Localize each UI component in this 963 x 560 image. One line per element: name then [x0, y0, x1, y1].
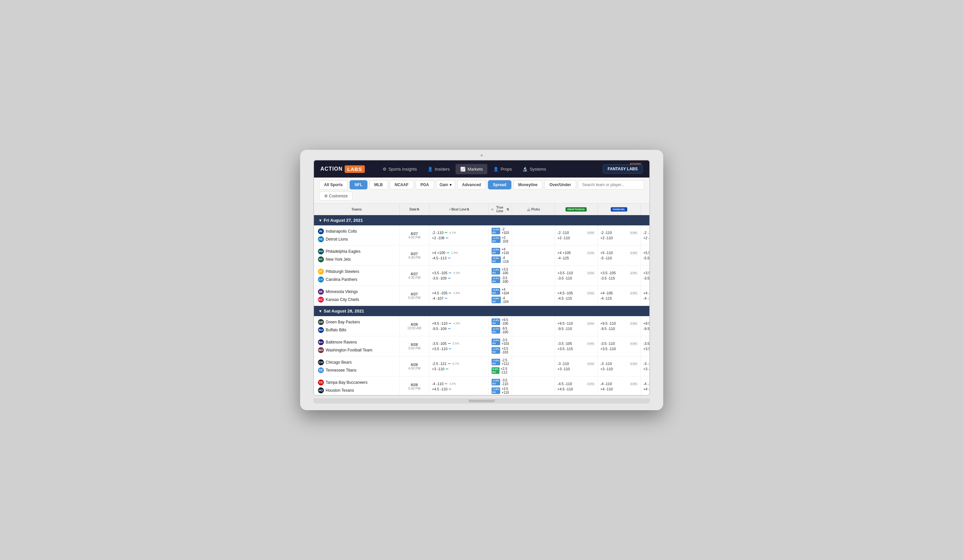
best-badge2 — [448, 329, 451, 329]
logo: ACTION LABS — [321, 165, 365, 173]
fd-t2-row: -4 -115 — [600, 296, 638, 301]
laptop-notch — [469, 400, 495, 402]
best-line-t2-row: -4 -107 — [432, 296, 486, 301]
team2-row: BU Buffalo Bills — [318, 326, 396, 334]
team2-name: Kansas City Chiefs — [326, 297, 359, 302]
team1-name: Minnesota Vikings — [326, 290, 358, 294]
nfl-filter[interactable]: NFL — [350, 180, 367, 189]
best-badge1 — [445, 384, 447, 384]
moneyline-filter[interactable]: Moneyline — [513, 180, 543, 189]
team-cell-3: TB Tampa Bay Buccaneers HO Houston Texan… — [314, 377, 400, 395]
ncaaf-filter[interactable]: NCAAF — [390, 180, 413, 189]
advanced-filter[interactable]: Advanced — [457, 180, 486, 189]
true-line-cell-0: -3.1% EV -2 +103 -1.1% EV +2 -103 — [489, 225, 512, 245]
nav-sports-insights[interactable]: ⚙ Sports Insights — [378, 164, 422, 174]
dk-t2-row: +3 -110 — [558, 366, 595, 372]
dk-cell-2: -3 -110 4.5% +3 -110 — [555, 356, 598, 376]
best-line-t2-row: +4.5 -110 — [432, 387, 486, 392]
game-date: 8/27 — [411, 272, 418, 276]
best-line-t1: +3.5 -105 — [432, 271, 447, 275]
sports-insights-icon: ⚙ — [383, 167, 387, 172]
pb-t1-row: -3.5 -110 4.5% — [644, 341, 649, 346]
table-area: Teams Date ⇅ ✓ Best Line ⇅ ≡ True Line ⇅… — [314, 204, 649, 395]
best-badge1 — [449, 293, 451, 293]
sat-date-label: Sat August 28, 2021 — [324, 309, 364, 314]
best-pct: 3.3% — [453, 271, 460, 275]
game-filter[interactable]: Gam ▾ — [436, 180, 455, 189]
best-line-t1-row: -2 -110 4.1% — [432, 230, 486, 235]
dk-t2-row: -9.5 -110 — [558, 326, 595, 331]
all-sports-filter[interactable]: All Sports — [319, 180, 348, 189]
team1-row: PH Philadelphia Eagles — [318, 248, 396, 256]
true-odds2: +2 -103 — [502, 236, 509, 243]
pb-cell-1: +5.5 -110 4.5% -5.5 -110 — [641, 246, 649, 265]
section-chevron-fri[interactable]: ▾ — [319, 218, 321, 223]
picks-header[interactable]: 🔬 Picks — [512, 204, 555, 215]
fantasy-labs-button[interactable]: preview FANTASY LABS — [603, 164, 643, 173]
nav-markets[interactable]: 📈 Markets — [456, 164, 487, 174]
nav-props[interactable]: 👤 Props — [489, 164, 516, 174]
team-cell-3: MI Minnesota Vikings KC Kansas City Chie… — [314, 286, 400, 306]
best-line-t1-row: -3.5 -105 3.5% — [432, 341, 486, 346]
props-icon: 👤 — [493, 167, 498, 172]
team1-icon: MI — [318, 289, 324, 295]
true-odds2: -3.5 -100 — [501, 276, 509, 283]
fd-cell-3: +4 -105 4.5% -4 -115 — [598, 286, 641, 306]
pb-t2-row: -5.5 -110 — [644, 256, 649, 261]
best-line-cell-0: +9.5 -110 4.3% -9.5 -109 — [430, 316, 489, 336]
dk-t1-row: +4 +105 4.2% — [558, 250, 595, 256]
pb-cell-1: -3.5 -110 4.5% +3.5 -110 — [641, 336, 649, 356]
team1-name: Chicago Bears — [326, 360, 352, 365]
true-line-header[interactable]: ≡ True Line ⇅ — [489, 204, 512, 215]
team2-name: Buffalo Bills — [326, 328, 346, 332]
game-row-0-3: MI Minnesota Vikings KC Kansas City Chie… — [314, 286, 649, 306]
pb-cell-2: +3.5 -110 4.5% -3.5 -110 — [641, 265, 649, 285]
nav-insiders[interactable]: 👤 Insiders — [423, 164, 455, 174]
fd-t2-row: -3.5 -115 — [600, 275, 638, 281]
best-pct: 1.8% — [451, 251, 458, 254]
ev-row2: -2.1% EV -3.5 -100 — [491, 275, 509, 284]
date-header[interactable]: Date ⇅ — [400, 204, 430, 215]
mlb-filter[interactable]: MLB — [370, 180, 388, 189]
best-line-t2: -3.5 -109 — [432, 276, 447, 280]
dk-t1-row: -3.5 -105 4.5% — [558, 341, 595, 346]
over-under-filter[interactable]: Over/Under — [545, 180, 576, 189]
section-chevron-sat[interactable]: ▾ — [319, 309, 321, 314]
team-cell-0: IN Indianapolis Colts DE Detroit Lions — [314, 225, 400, 245]
best-line-cell-2: -2.5 -121 6.7% +3 -110 — [430, 356, 489, 376]
best-line-header[interactable]: ✓ Best Line ⇅ — [430, 204, 489, 215]
best-line-t1: +4.5 -105 — [432, 291, 447, 295]
spread-filter[interactable]: Spread — [488, 180, 511, 189]
ev-row1: -2.5% EV +4 +116 — [491, 247, 509, 256]
nav-systems[interactable]: 🔬 Systems — [518, 164, 551, 174]
pb-cell-0: +9.5 -110 4.5% -9.5 -110 — [641, 316, 649, 336]
team1-name: Pittsburgh Steelers — [326, 269, 359, 274]
team1-icon: IN — [318, 228, 324, 234]
team2-icon: NY — [318, 256, 324, 262]
ev2-label: -0.9% EV — [491, 256, 501, 263]
date-cell-2: 8/28 4:00 PM — [400, 356, 430, 376]
team2-icon: CA — [318, 277, 324, 282]
chevron-down-icon: ▾ — [450, 183, 452, 187]
best-badge2 — [445, 298, 447, 299]
dk-cell-0: -2 -110 4.5% +2 -110 — [555, 225, 598, 245]
team2-name: Carolina Panthers — [326, 277, 358, 282]
team1-row: BA Baltimore Ravens — [318, 338, 396, 346]
dk-cell-3: +4.5 -105 4.5% -4.5 -115 — [555, 286, 598, 306]
fd-t1-row: -3.5 -110 4.5% — [600, 341, 638, 346]
true-line-cell-1: -2.5% EV +4 +116 -0.9% EV -4 -116 — [489, 246, 512, 265]
game-row-0-0: IN Indianapolis Colts DE Detroit Lions 8… — [314, 225, 649, 246]
gear-icon: ⚙ — [324, 194, 328, 198]
true-odds1: -2 +103 — [501, 227, 509, 235]
best-line-t2: +2 -108 — [432, 236, 445, 240]
search-input[interactable] — [578, 180, 644, 189]
dk-cell-0: +9.5 -110 4.5% -9.5 -110 — [555, 316, 598, 336]
true-odds2: -4 -104 — [502, 296, 509, 304]
pga-filter[interactable]: PGA — [416, 180, 434, 189]
pb-cell-3: +4 -105 4.5% -4 -115 — [641, 286, 649, 306]
team1-icon: CH — [318, 359, 324, 365]
customize-button[interactable]: ⚙ Customize — [319, 191, 353, 201]
true-odds2: -9.5 -100 — [501, 327, 509, 334]
ev1-label: -2.4% EV — [491, 319, 501, 325]
team2-icon: TE — [318, 367, 324, 373]
